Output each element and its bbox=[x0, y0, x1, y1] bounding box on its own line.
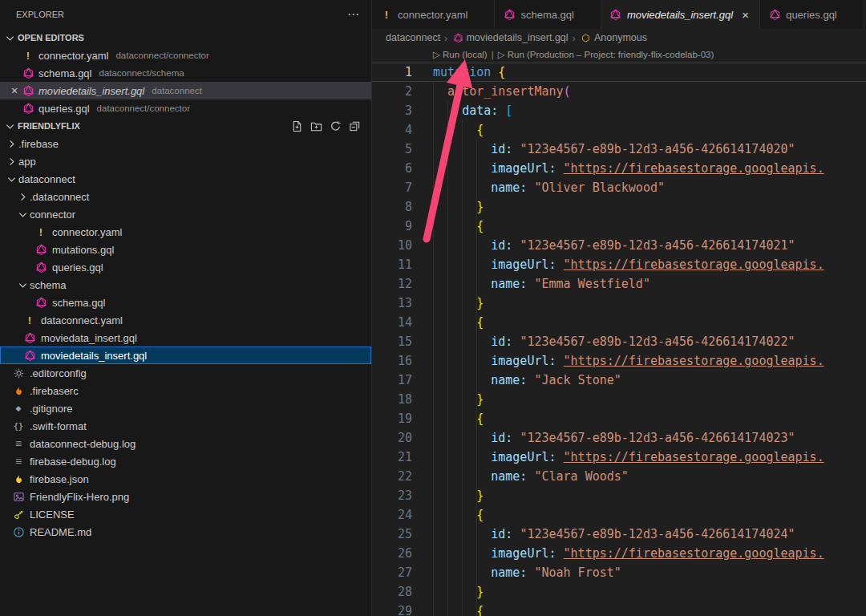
open-editor-moviedetails_insert.gql[interactable]: ×moviedetails_insert.gqldataconnect bbox=[0, 82, 371, 99]
collapse-all-icon[interactable] bbox=[346, 118, 363, 135]
line-number: 26 bbox=[372, 544, 412, 563]
tree-item-.firebaserc[interactable]: .firebaserc bbox=[0, 382, 371, 399]
tree-item-.firebase[interactable]: .firebase bbox=[0, 135, 371, 152]
tree-item-dataconnect[interactable]: dataconnect bbox=[0, 170, 371, 188]
code-line-5[interactable]: 5 id: "123e4567-e89b-12d3-a456-426614174… bbox=[372, 140, 866, 159]
friendlyflix-header[interactable]: FRIENDLYFLIX bbox=[0, 117, 371, 135]
breadcrumb-item-Anonymous[interactable]: Anonymous bbox=[580, 32, 647, 43]
line-number: 16 bbox=[372, 351, 412, 371]
new-file-icon[interactable] bbox=[289, 118, 306, 135]
tree-item-LICENSE[interactable]: LICENSE bbox=[0, 505, 371, 523]
run-local-link[interactable]: ▷ Run (local) bbox=[433, 50, 488, 59]
code-line-20[interactable]: 20 id: "123e4567-e89b-12d3-a456-42661417… bbox=[372, 428, 866, 448]
open-editor-schema.gql[interactable]: schema.gqldataconnect/schema bbox=[0, 64, 371, 82]
code-line-6[interactable]: 6 imageUrl: "https://firebasestorage.goo… bbox=[372, 159, 866, 178]
tree-item-connector[interactable]: connector bbox=[0, 205, 371, 223]
code-line-7[interactable]: 7 name: "Oliver Blackwood" bbox=[372, 178, 866, 197]
tree-item-dataconnect-debug.log[interactable]: ≡dataconnect-debug.log bbox=[0, 435, 371, 452]
new-folder-icon[interactable] bbox=[308, 118, 325, 135]
breadcrumb-item-dataconnect[interactable]: dataconnect bbox=[386, 32, 440, 43]
code-line-16[interactable]: 16 imageUrl: "https://firebasestorage.go… bbox=[372, 351, 866, 371]
code-line-10[interactable]: 10 id: "123e4567-e89b-12d3-a456-42661417… bbox=[372, 236, 866, 255]
code-line-27[interactable]: 27 name: "Noah Frost" bbox=[372, 563, 866, 582]
code-line-2[interactable]: 2 actor_insertMany( bbox=[372, 82, 866, 101]
tree-item-label: README.md bbox=[30, 526, 91, 538]
tree-item-label: moviedetails_insert.gql bbox=[41, 350, 147, 362]
tree-item-app[interactable]: app bbox=[0, 152, 371, 170]
tree-item-.editorconfig[interactable]: .editorconfig bbox=[0, 364, 371, 382]
code-text: imageUrl: "https://firebasestorage.googl… bbox=[433, 159, 824, 178]
tab-schema.gql[interactable]: schema.gql× bbox=[495, 0, 601, 29]
code-line-8[interactable]: 8 } bbox=[372, 197, 866, 217]
refresh-icon[interactable] bbox=[327, 118, 344, 135]
chevron-down-icon bbox=[3, 31, 16, 44]
indent-guide bbox=[462, 120, 463, 616]
tree-item-firebase.json[interactable]: firebase.json bbox=[0, 470, 371, 488]
code-line-17[interactable]: 17 name: "Jack Stone" bbox=[372, 371, 866, 390]
tab-connector.yaml[interactable]: !connector.yaml× bbox=[372, 0, 495, 29]
tree-item-label: firebase.json bbox=[30, 473, 89, 485]
gear-icon bbox=[11, 367, 26, 379]
code-text: { bbox=[433, 120, 484, 140]
code-line-11[interactable]: 11 imageUrl: "https://firebasestorage.go… bbox=[372, 255, 866, 274]
line-number: 9 bbox=[372, 217, 412, 236]
tree-item-moviedata_insert.gql[interactable]: moviedata_insert.gql bbox=[0, 329, 371, 346]
breadcrumb-item-moviedetails_insert.gql[interactable]: moviedetails_insert.gql bbox=[451, 32, 568, 43]
tab-queries.gql[interactable]: queries.gql× bbox=[760, 0, 864, 29]
tree-item-.swift-format[interactable]: {}.swift-format bbox=[0, 417, 371, 435]
code-line-9[interactable]: 9 { bbox=[372, 217, 866, 236]
close-icon[interactable]: × bbox=[739, 8, 752, 22]
code-line-14[interactable]: 14 { bbox=[372, 313, 866, 332]
close-icon[interactable]: × bbox=[8, 84, 21, 97]
code-line-29[interactable]: 29 { bbox=[372, 602, 866, 616]
code-line-15[interactable]: 15 id: "123e4567-e89b-12d3-a456-42661417… bbox=[372, 332, 866, 351]
code-line-1[interactable]: 1mutation { bbox=[372, 63, 866, 82]
tree-item-firebase-debug.log[interactable]: ≡firebase-debug.log bbox=[0, 452, 371, 470]
tree-item-label: queries.gql bbox=[52, 261, 103, 274]
code-line-4[interactable]: 4 { bbox=[372, 120, 866, 140]
code-line-23[interactable]: 23 } bbox=[372, 486, 866, 505]
line-number: 18 bbox=[372, 390, 412, 409]
line-number: 28 bbox=[372, 582, 412, 602]
tree-item-.dataconnect[interactable]: .dataconnect bbox=[0, 188, 371, 205]
code-line-21[interactable]: 21 imageUrl: "https://firebasestorage.go… bbox=[372, 448, 866, 467]
tree-item-label: .firebase bbox=[18, 138, 59, 150]
line-number: 25 bbox=[372, 525, 412, 544]
tree-item-mutations.gql[interactable]: mutations.gql bbox=[0, 241, 371, 258]
open-editors-header[interactable]: OPEN EDITORS bbox=[0, 29, 371, 47]
tab-moviedetails_insert.gql[interactable]: moviedetails_insert.gql× bbox=[601, 0, 760, 29]
code-editor[interactable]: ▷ Run (local)|▷ Run (Production – Projec… bbox=[372, 47, 866, 616]
code-line-25[interactable]: 25 id: "123e4567-e89b-12d3-a456-42661417… bbox=[372, 525, 866, 544]
code-line-18[interactable]: 18 } bbox=[372, 390, 866, 409]
code-line-3[interactable]: 3 data: [ bbox=[372, 101, 866, 120]
code-line-22[interactable]: 22 name: "Clara Woods" bbox=[372, 467, 866, 486]
tree-item-moviedetails_insert.gql[interactable]: moviedetails_insert.gql bbox=[0, 346, 371, 364]
code-line-26[interactable]: 26 imageUrl: "https://firebasestorage.go… bbox=[372, 544, 866, 563]
chevron-down-icon bbox=[5, 172, 18, 185]
tree-item-dataconnect.yaml[interactable]: !dataconnect.yaml bbox=[0, 311, 371, 329]
tree-item-README.md[interactable]: README.md bbox=[0, 523, 371, 541]
more-actions-icon[interactable]: ⋯ bbox=[347, 7, 360, 22]
tree-item-FriendlyFlix-Hero.png[interactable]: FriendlyFlix-Hero.png bbox=[0, 488, 371, 505]
symbol-icon bbox=[580, 33, 593, 43]
open-editor-connector.yaml[interactable]: !connector.yamldataconnect/connector bbox=[0, 47, 371, 64]
graphql-icon bbox=[34, 297, 48, 309]
graphql-icon bbox=[34, 261, 48, 274]
code-text: name: "Emma Westfield" bbox=[433, 274, 650, 294]
tree-item-queries.gql[interactable]: queries.gql bbox=[0, 258, 371, 276]
flame-orange-icon bbox=[11, 385, 26, 397]
line-number: 23 bbox=[372, 486, 412, 505]
code-line-12[interactable]: 12 name: "Emma Westfield" bbox=[372, 274, 866, 294]
tree-item-label: FriendlyFlix-Hero.png bbox=[30, 491, 129, 503]
tree-item-.gitignore[interactable]: ◆.gitignore bbox=[0, 399, 371, 417]
code-line-28[interactable]: 28 } bbox=[372, 582, 866, 602]
run-production-link[interactable]: ▷ Run (Production – Project: friendly-fl… bbox=[498, 50, 714, 59]
code-line-13[interactable]: 13 } bbox=[372, 294, 866, 313]
tree-item-connector.yaml[interactable]: !connector.yaml bbox=[0, 223, 371, 241]
open-editor-queries.gql[interactable]: queries.gqldataconnect/connector bbox=[0, 99, 371, 117]
graphql-icon bbox=[22, 332, 37, 344]
tree-item-schema.gql[interactable]: schema.gql bbox=[0, 294, 371, 311]
code-line-24[interactable]: 24 { bbox=[372, 505, 866, 525]
code-line-19[interactable]: 19 { bbox=[372, 409, 866, 428]
tree-item-schema[interactable]: schema bbox=[0, 276, 371, 294]
